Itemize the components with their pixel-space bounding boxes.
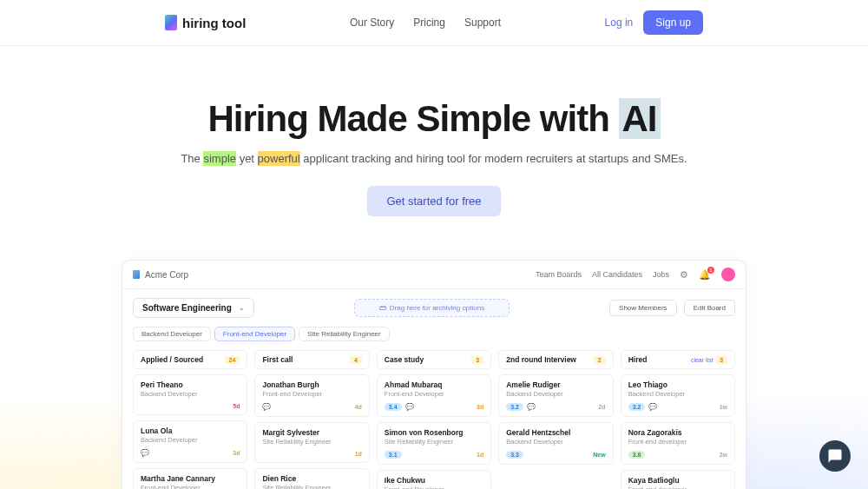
candidate-role: Front-end Developer	[385, 486, 483, 489]
settings-icon[interactable]: ⚙	[680, 269, 688, 281]
age-badge: New	[593, 452, 605, 458]
score-badge: 3.3	[506, 451, 523, 459]
board-company-name: Acme Corp	[145, 270, 188, 280]
card-footer: 3.3New	[506, 451, 605, 459]
candidate-role: Backend Developer	[141, 436, 240, 444]
nav-our-story[interactable]: Our Story	[350, 17, 394, 29]
candidate-card[interactable]: Margit SylvesterSite Reliability Enginee…	[254, 422, 369, 463]
age-badge: 4d	[355, 404, 362, 410]
candidate-name: Luna Ola	[141, 426, 240, 435]
candidate-role: Site Reliability Engineer	[385, 438, 483, 446]
column-count-badge: 4	[350, 356, 362, 364]
brand-logo[interactable]: hiring tool	[165, 15, 246, 30]
candidate-card[interactable]: Nora ZagorakisFront-end developer3.82w	[621, 422, 735, 465]
candidate-card[interactable]: Gerald HentzschelBackend Developer3.3New	[498, 422, 613, 465]
card-footer: 3.4💬3d	[385, 403, 483, 411]
card-footer: 3.2💬1w	[628, 403, 727, 411]
board-nav-jobs[interactable]: Jobs	[653, 270, 669, 279]
highlight-simple: simple	[203, 151, 236, 166]
candidate-role: Backend Developer	[506, 390, 605, 398]
candidate-name: Kaya Batlioglu	[628, 476, 727, 485]
board-nav-all-candidates[interactable]: All Candidates	[592, 270, 642, 279]
role-tab[interactable]: Front-end Developer	[214, 327, 295, 341]
candidate-card[interactable]: Kaya BatliogluFront-end developer3.63w	[621, 470, 735, 489]
board-nav-team-boards[interactable]: Team Boards	[536, 270, 582, 279]
hero-title-highlight: AI	[619, 98, 661, 139]
candidate-role: Site Reliability Engineer	[262, 484, 361, 489]
candidate-card[interactable]: Dien RiceSite Reliability EngineerNew	[254, 468, 369, 489]
candidate-card[interactable]: Jonathan BurghFront-end Developer💬4d	[254, 374, 369, 417]
nav-pricing[interactable]: Pricing	[413, 17, 445, 29]
clear-list-link[interactable]: clear list	[691, 357, 713, 363]
age-badge: 2d	[598, 404, 605, 410]
candidate-card[interactable]: Ahmad MubaraqFront-end Developer3.4💬3d	[377, 374, 491, 417]
highlight-powerful: powerful	[258, 151, 300, 166]
board-toolbar: Software Engineering ⌄ 🗃 Drag here for a…	[122, 289, 746, 327]
column-count-badge: 24	[225, 356, 240, 364]
nav-support[interactable]: Support	[464, 17, 501, 29]
role-filter-tabs: Backend DeveloperFront-end DeveloperSite…	[122, 327, 746, 350]
kanban-column: Case study3Ahmad MubaraqFront-end Develo…	[377, 350, 491, 489]
team-select-value: Software Engineering	[142, 303, 232, 313]
hero-title: Hiring Made Simple with AI	[17, 98, 851, 140]
age-badge: 1d	[355, 451, 362, 457]
age-badge: 3d	[233, 450, 240, 456]
score-badge: 3.2	[506, 403, 523, 411]
age-badge: 1d	[477, 452, 483, 458]
hero-title-text: Hiring Made Simple with	[207, 98, 618, 139]
column-header: 2nd round Interview2	[498, 350, 613, 369]
candidate-role: Front-end Developer	[262, 390, 361, 398]
candidate-name: Leo Thiago	[628, 380, 727, 389]
candidate-role: Backend Developer	[141, 390, 240, 398]
notification-count-badge: 1	[707, 267, 714, 274]
candidate-card[interactable]: Leo ThiagoBackend Developer3.2💬1w	[621, 374, 735, 417]
archive-icon: 🗃	[379, 304, 386, 312]
chat-icon	[827, 448, 843, 464]
card-footer: 💬3d	[141, 449, 240, 457]
candidate-name: Peri Theano	[141, 380, 240, 389]
column-header: Case study3	[377, 350, 491, 369]
candidate-card[interactable]: Luna OlaBackend Developer💬3d	[133, 420, 247, 463]
column-count-badge: 3	[471, 356, 483, 364]
candidate-role: Front-end developer	[628, 486, 727, 489]
role-tab[interactable]: Site Reliability Engineer	[299, 327, 390, 341]
site-header: hiring tool Our Story Pricing Support Lo…	[0, 0, 868, 46]
notification-bell-icon[interactable]: 🔔1	[699, 269, 711, 281]
candidate-role: Backend Developer	[628, 390, 727, 398]
show-members-button[interactable]: Show Members	[609, 300, 677, 316]
signup-button[interactable]: Sign up	[643, 10, 703, 35]
cta-button[interactable]: Get started for free	[367, 186, 500, 216]
chevron-down-icon: ⌄	[239, 304, 245, 312]
column-title: First call	[262, 355, 293, 364]
candidate-card[interactable]: Peri TheanoBackend Developer5d	[133, 374, 247, 415]
column-header: Hiredclear list 3	[621, 350, 735, 369]
score-badge: 3.4	[385, 403, 402, 411]
candidate-card[interactable]: Simon von RosenborgSite Reliability Engi…	[377, 422, 491, 465]
column-title: Applied / Sourced	[141, 355, 203, 364]
kanban-column: 2nd round Interview2Amelie RudigerBacken…	[498, 350, 613, 489]
candidate-name: Dien Rice	[262, 474, 361, 483]
archive-dropzone[interactable]: 🗃 Drag here for archiving options	[354, 299, 510, 317]
user-avatar[interactable]	[721, 268, 735, 281]
kanban-column: Hiredclear list 3Leo ThiagoBackend Devel…	[621, 350, 735, 489]
role-tab[interactable]: Backend Developer	[133, 327, 211, 341]
edit-board-button[interactable]: Edit Board	[684, 300, 735, 316]
candidate-card[interactable]: Amelie RudigerBackend Developer3.2💬2d	[498, 374, 613, 417]
kanban-column: First call4Jonathan BurghFront-end Devel…	[254, 350, 369, 489]
hero-section: Hiring Made Simple with AI The simple ye…	[0, 46, 868, 242]
candidate-name: Simon von Rosenborg	[385, 428, 483, 437]
login-link[interactable]: Log in	[605, 17, 634, 29]
card-footer: 3.2💬2d	[506, 403, 605, 411]
candidate-card[interactable]: Ike ChukwuFront-end Developer1.9New	[377, 470, 491, 489]
team-select-dropdown[interactable]: Software Engineering ⌄	[133, 298, 254, 318]
column-count-badge: 3	[715, 356, 727, 364]
candidate-name: Nora Zagorakis	[628, 428, 727, 437]
kanban-board-preview: Acme Corp Team Boards All Candidates Job…	[122, 260, 746, 489]
board-header: Acme Corp Team Boards All Candidates Job…	[122, 261, 746, 289]
column-title: Hired	[628, 355, 648, 364]
candidate-card[interactable]: Martha Jane CannaryFront-end DeveloperNe…	[133, 468, 247, 489]
age-badge: 3d	[477, 404, 483, 410]
auth-nav: Log in Sign up	[605, 10, 703, 35]
column-count-badge: 2	[594, 356, 606, 364]
chat-widget-button[interactable]	[819, 440, 851, 472]
